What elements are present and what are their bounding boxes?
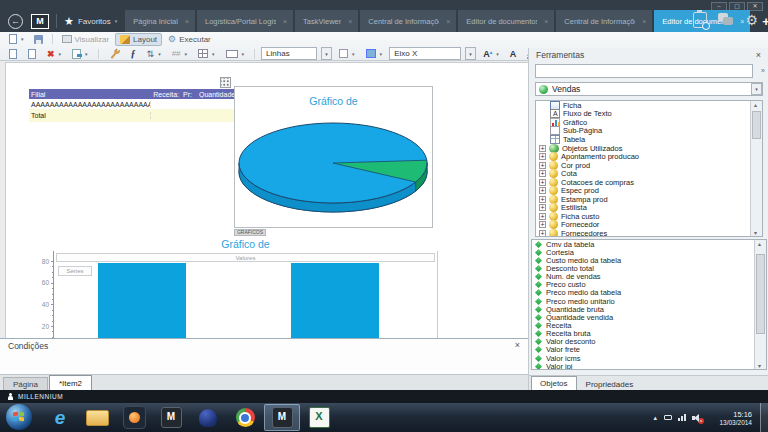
browser-tab[interactable]: Logística/Portal Logística× <box>197 10 293 32</box>
sidebar-search-input[interactable] <box>535 64 753 78</box>
add-item-button[interactable] <box>5 48 21 60</box>
search-more-icon[interactable]: » <box>761 67 765 74</box>
tree-expand-icon[interactable]: + <box>539 221 546 228</box>
page-button[interactable] <box>24 48 40 60</box>
tasks-clipboard-icon[interactable] <box>693 12 707 28</box>
numbering-button[interactable]: ## <box>168 48 191 59</box>
field-item[interactable]: Valor ipi <box>532 362 766 370</box>
scrollbar-thumb[interactable] <box>752 111 761 139</box>
table-drag-handle-icon[interactable] <box>220 77 231 88</box>
executar-button[interactable]: ⚙Executar <box>164 31 215 47</box>
linhas-combobox[interactable]: Linhas <box>261 47 317 60</box>
tree-item[interactable]: Ficha <box>536 101 762 110</box>
condicoes-close-icon[interactable]: × <box>515 341 520 351</box>
taskbar-millennium-button[interactable] <box>153 404 189 431</box>
tree-item[interactable]: +Objetos Utilizados <box>536 144 762 153</box>
tab-close-icon[interactable]: × <box>348 18 352 25</box>
tree-expand-icon[interactable]: + <box>539 230 546 237</box>
tab-close-icon[interactable]: × <box>283 18 287 25</box>
linhas-dropdown-button[interactable]: ▾ <box>321 47 332 60</box>
taskbar-folder-button[interactable] <box>79 404 115 431</box>
fields-scrollbar[interactable] <box>754 240 766 369</box>
browser-tab[interactable]: TaskViewer× <box>295 10 358 32</box>
tree-item[interactable]: +Cota <box>536 169 762 178</box>
sort-button[interactable]: ⇅ <box>143 48 165 60</box>
formula-button[interactable]: ƒ <box>127 47 140 60</box>
fill-color-button[interactable] <box>362 48 387 59</box>
taskbar-mascot-button[interactable] <box>190 404 226 431</box>
taskbar-ie-button[interactable] <box>42 404 78 431</box>
pie-chart-object[interactable]: Gráfico de <box>234 86 433 228</box>
tree-expand-icon[interactable]: + <box>539 153 546 160</box>
start-button[interactable] <box>6 404 32 430</box>
tree-item[interactable]: +Apontamento producao <box>536 152 762 161</box>
bar-chart-object[interactable]: 20406080 Valores Séries <box>31 251 443 340</box>
tray-clock[interactable]: 15:16 13/03/2014 <box>706 410 752 426</box>
page-tab[interactable]: *Item2 <box>49 375 92 390</box>
show-desktop-button[interactable] <box>760 403 768 432</box>
battery-icon[interactable] <box>664 415 672 420</box>
table-button[interactable] <box>194 48 219 59</box>
scrollbar-thumb[interactable] <box>756 254 765 334</box>
eixo-combobox[interactable]: Eixo X <box>389 47 461 60</box>
font-size-button[interactable]: A <box>479 48 503 60</box>
table-row[interactable]: AAAAAAAAAAAAAAAAAAAAAAAAAAAAAA <box>29 99 234 109</box>
bar-series-bar[interactable] <box>98 263 186 339</box>
tab-close-icon[interactable]: × <box>642 18 646 25</box>
tree-expand-icon[interactable]: + <box>539 170 546 177</box>
taskbar-media-button[interactable] <box>116 404 152 431</box>
dataset-combobox[interactable]: Vendas ▾ <box>535 82 763 96</box>
taskbar-chrome-button[interactable] <box>227 404 263 431</box>
sidebar-tab[interactable]: Propriedades <box>578 378 642 390</box>
tab-close-icon[interactable]: × <box>544 18 548 25</box>
tree-item[interactable]: Fluxo de Texto <box>536 110 762 119</box>
tree-expand-icon[interactable]: + <box>539 179 546 186</box>
taskbar-excel-button[interactable] <box>301 404 337 431</box>
tray-expand-icon[interactable]: ▴ <box>653 414 657 422</box>
settings-gear-icon[interactable]: ⚙ <box>745 13 758 27</box>
browser-tab[interactable]: Página Inicial× <box>125 10 195 32</box>
back-icon[interactable]: ← <box>8 14 23 29</box>
browser-tab[interactable]: Editor de documentos× <box>458 10 554 32</box>
tree-item[interactable]: Sub-Página <box>536 127 762 136</box>
tree-item[interactable]: +Cor prod <box>536 161 762 170</box>
tab-close-icon[interactable]: × <box>446 18 450 25</box>
tree-item[interactable]: +Estampa prod <box>536 195 762 204</box>
layout-button[interactable]: Layout <box>115 33 162 46</box>
tree-item[interactable]: Tabela <box>536 135 762 144</box>
tree-scrollbar[interactable] <box>750 101 762 236</box>
tree-expand-icon[interactable]: + <box>539 204 546 211</box>
sidebar-tab[interactable]: Objetos <box>531 376 577 390</box>
dataset-dropdown-button[interactable]: ▾ <box>751 83 762 95</box>
new-tab-button[interactable]: + <box>762 14 768 29</box>
eixo-dropdown-button[interactable]: ▾ <box>465 47 476 60</box>
save-button[interactable] <box>30 34 47 45</box>
network-signal-icon[interactable] <box>678 414 686 421</box>
tree-item[interactable]: +Ficha custo <box>536 212 762 221</box>
browser-tab[interactable]: Central de Informações× <box>556 10 652 32</box>
tree-item[interactable]: +Fornecedor <box>536 221 762 230</box>
tree-item[interactable]: +Estilista <box>536 204 762 213</box>
visualizar-button[interactable]: Visualizar <box>58 34 114 45</box>
browser-tab[interactable]: Central de Informações× <box>360 10 456 32</box>
tree-item[interactable]: +Cotacoes de compras <box>536 178 762 187</box>
taskbar-millennium-active-button[interactable] <box>264 404 300 431</box>
new-document-button[interactable] <box>5 33 28 45</box>
page-tab[interactable]: Página <box>3 377 48 390</box>
tree-expand-icon[interactable]: + <box>539 145 546 152</box>
favorites-button[interactable]: ★ Favoritos <box>64 15 117 28</box>
volume-muted-icon[interactable]: x <box>692 414 702 422</box>
tree-expand-icon[interactable]: + <box>539 187 546 194</box>
tools-button[interactable] <box>105 47 124 60</box>
font-button[interactable]: A <box>506 48 521 60</box>
sidebar-close-icon[interactable]: × <box>756 50 761 60</box>
chat-icon[interactable] <box>718 13 734 27</box>
export-button[interactable] <box>68 48 92 60</box>
delete-button[interactable]: ✖ <box>43 48 65 60</box>
tree-item[interactable]: Gráfico <box>536 118 762 127</box>
tab-close-icon[interactable]: × <box>185 18 189 25</box>
tree-item[interactable]: +Espec prod <box>536 186 762 195</box>
border-button[interactable] <box>335 48 359 59</box>
data-table[interactable]: Filial Receita: Pr: Quantidade AAAAAAAAA… <box>29 89 234 122</box>
bar-series-bar[interactable] <box>291 263 379 339</box>
